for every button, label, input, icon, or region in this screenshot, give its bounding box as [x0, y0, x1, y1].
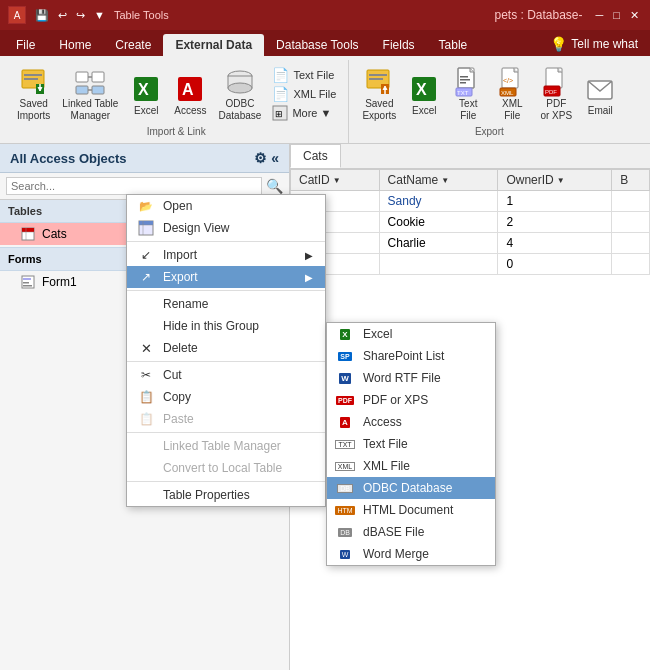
email-button[interactable]: Email — [579, 71, 621, 118]
xml-file-export-label: XMLFile — [502, 98, 523, 122]
ctx-rename-label: Rename — [163, 297, 208, 311]
ctx-design-view[interactable]: Design View — [127, 217, 325, 239]
ctx-delete[interactable]: ✕ Delete — [127, 337, 325, 359]
ctx-divider-5 — [127, 481, 325, 482]
xml-file-import-button[interactable]: 📄 XML File — [268, 85, 340, 103]
table-row[interactable]: 0 Sandy 1 — [291, 191, 650, 212]
linked-table-manager-button[interactable]: Linked TableManager — [57, 64, 123, 124]
xml-file-export-button[interactable]: </> XML XMLFile — [491, 64, 533, 124]
customize-quick-btn[interactable]: ▼ — [91, 7, 108, 23]
sub-html[interactable]: HTM HTML Document — [327, 499, 495, 521]
convert-icon — [137, 459, 155, 477]
sub-word-rtf-icon: W — [335, 368, 355, 388]
saved-exports-icon — [363, 66, 395, 98]
ctx-open[interactable]: 📂 Open — [127, 195, 325, 217]
ctx-import[interactable]: ↙ Import ▶ — [127, 244, 325, 266]
sub-html-icon: HTM — [335, 500, 355, 520]
tell-me[interactable]: 💡 Tell me what — [542, 32, 646, 56]
svg-rect-45 — [23, 282, 29, 284]
cats-tab[interactable]: Cats — [290, 144, 341, 168]
ctx-convert-label: Convert to Local Table — [163, 461, 282, 475]
ctx-hide-in-group[interactable]: Hide in this Group — [127, 315, 325, 337]
sub-access-label: Access — [363, 415, 402, 429]
cell-b-1 — [612, 212, 650, 233]
tab-external-data[interactable]: External Data — [163, 34, 264, 56]
search-input[interactable] — [6, 177, 262, 195]
sub-sharepoint-label: SharePoint List — [363, 349, 444, 363]
sub-pdf[interactable]: PDF PDF or XPS — [327, 389, 495, 411]
excel-export-button[interactable]: X Excel — [403, 71, 445, 118]
svg-rect-28 — [460, 82, 466, 84]
sub-sharepoint[interactable]: SP SharePoint List — [327, 345, 495, 367]
pdf-xps-button[interactable]: PDF PDFor XPS — [535, 64, 577, 124]
maximize-btn[interactable]: □ — [610, 7, 623, 24]
sub-text-icon: TXT — [335, 434, 355, 454]
table-row[interactable]: 2 Charlie 4 — [291, 233, 650, 254]
title-bar: A 💾 ↩ ↪ ▼ Table Tools pets : Database- ─… — [0, 0, 650, 30]
close-btn[interactable]: ✕ — [627, 7, 642, 24]
cell-ownerid-0: 1 — [498, 191, 612, 212]
odbc-import-button[interactable]: ODBCDatabase — [214, 64, 267, 124]
saved-exports-button[interactable]: SavedExports — [357, 64, 401, 124]
tab-database-tools[interactable]: Database Tools — [264, 34, 371, 56]
ctx-convert: Convert to Local Table — [127, 457, 325, 479]
ctx-copy[interactable]: 📋 Copy — [127, 386, 325, 408]
sub-odbc[interactable]: DB ODBC Database — [327, 477, 495, 499]
ctx-table-properties[interactable]: Table Properties — [127, 484, 325, 506]
svg-text:PDF: PDF — [545, 89, 557, 95]
svg-rect-40 — [22, 228, 34, 232]
xml-file-export-icon: </> XML — [496, 66, 528, 98]
b-header: B — [612, 170, 650, 191]
excel-import-label: Excel — [134, 105, 158, 116]
tab-file[interactable]: File — [4, 34, 47, 56]
svg-rect-7 — [76, 86, 88, 94]
tab-fields[interactable]: Fields — [371, 34, 427, 56]
saved-imports-button[interactable]: SavedImports — [12, 64, 55, 124]
properties-icon — [137, 486, 155, 504]
cats-item-label: Cats — [42, 227, 67, 241]
email-icon — [584, 73, 616, 105]
cell-ownerid-3: 0 — [498, 254, 612, 275]
sub-word-rtf[interactable]: W Word RTF File — [327, 367, 495, 389]
search-icon: 🔍 — [266, 178, 283, 194]
table-row[interactable]: 1 Cookie 2 — [291, 212, 650, 233]
sub-xml-icon: XML — [335, 456, 355, 476]
tab-table[interactable]: Table — [427, 34, 480, 56]
form1-label: Form1 — [42, 275, 77, 289]
sub-pdf-label: PDF or XPS — [363, 393, 428, 407]
svg-rect-44 — [23, 278, 31, 280]
redo-quick-btn[interactable]: ↪ — [73, 7, 88, 24]
sub-word-merge[interactable]: W Word Merge — [327, 543, 495, 565]
tab-home[interactable]: Home — [47, 34, 103, 56]
more-import-button[interactable]: ⊞ More ▼ — [268, 104, 340, 122]
access-import-button[interactable]: A Access — [169, 71, 211, 118]
linked-table-icon — [74, 66, 106, 98]
sub-excel[interactable]: X Excel — [327, 323, 495, 345]
ribbon-tabs: File Home Create External Data Database … — [0, 30, 650, 56]
text-file-import-button[interactable]: 📄 Text File — [268, 66, 340, 84]
text-file-export-button[interactable]: TXT TextFile — [447, 64, 489, 124]
save-quick-btn[interactable]: 💾 — [32, 7, 52, 24]
access-import-label: Access — [174, 105, 206, 116]
sub-html-label: HTML Document — [363, 503, 453, 517]
sub-access[interactable]: A Access — [327, 411, 495, 433]
excel-import-button[interactable]: X Excel — [125, 71, 167, 118]
undo-quick-btn[interactable]: ↩ — [55, 7, 70, 24]
sub-xml[interactable]: XML XML File — [327, 455, 495, 477]
rename-icon — [137, 295, 155, 313]
quick-access-toolbar: 💾 ↩ ↪ ▼ — [32, 7, 108, 24]
sub-dbase[interactable]: DB dBASE File — [327, 521, 495, 543]
sub-text-file[interactable]: TXT Text File — [327, 433, 495, 455]
ctx-export[interactable]: ↗ Export ▶ — [127, 266, 325, 288]
tab-create[interactable]: Create — [103, 34, 163, 56]
nav-collapse-icon[interactable]: « — [271, 150, 279, 166]
ctx-rename[interactable]: Rename — [127, 293, 325, 315]
tell-me-text: Tell me what — [571, 37, 638, 51]
svg-text:A: A — [182, 81, 194, 98]
linked-manager-icon — [137, 437, 155, 455]
minimize-btn[interactable]: ─ — [593, 7, 607, 24]
ctx-cut[interactable]: ✂ Cut — [127, 364, 325, 386]
nav-config-icon[interactable]: ⚙ — [254, 150, 267, 166]
ctx-divider-4 — [127, 432, 325, 433]
table-row[interactable]: 0 0 — [291, 254, 650, 275]
